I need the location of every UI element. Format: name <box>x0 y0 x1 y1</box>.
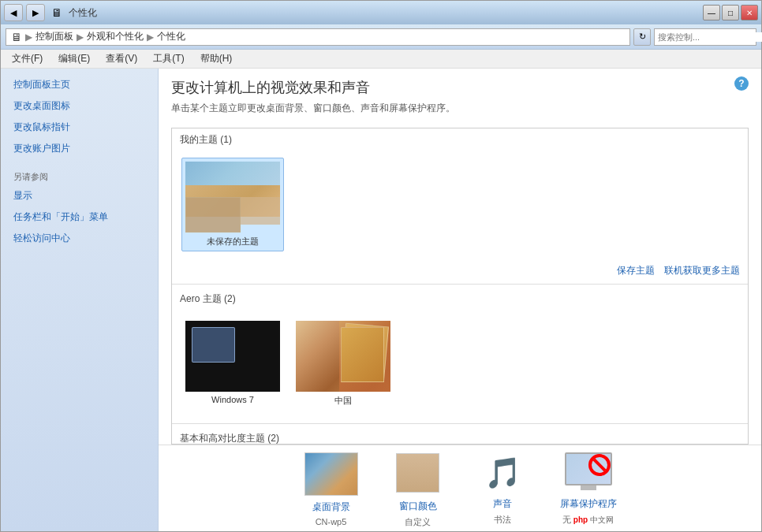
sidebar-link-home[interactable]: 控制面板主页 <box>13 78 145 91</box>
desktop-bg-icon <box>304 450 359 497</box>
window-icon: 🖥 <box>51 6 62 19</box>
sound-icon: 🎵 <box>477 451 529 494</box>
screensaver-no-line <box>592 458 606 471</box>
breadcrumb-icon: 🖥 <box>11 31 22 43</box>
china-photo1 <box>341 327 384 382</box>
back-button[interactable]: ◀ <box>4 4 23 21</box>
separator-2 <box>172 423 748 424</box>
panel-title: 更改计算机上的视觉效果和声音 <box>171 78 749 97</box>
main-content: 控制面板主页 更改桌面图标 更改鼠标指针 更改账户图片 另请参阅 显示 任务栏和… <box>1 69 761 531</box>
menu-bar: 文件(F) 编辑(E) 查看(V) 工具(T) 帮助(H) <box>1 50 761 69</box>
sidebar-link-desktop-icons[interactable]: 更改桌面图标 <box>13 99 145 113</box>
screensaver-stand <box>581 485 596 490</box>
sidebar-link-display[interactable]: 显示 <box>13 189 145 203</box>
save-theme-link[interactable]: 保存主题 <box>617 264 655 277</box>
window-controls: — □ ✕ <box>703 5 758 20</box>
unsaved-preview-inner <box>185 162 280 233</box>
sidebar: 控制面板主页 更改桌面图标 更改鼠标指针 更改账户图片 另请参阅 显示 任务栏和… <box>1 69 159 531</box>
minimize-button[interactable]: — <box>703 5 720 20</box>
search-input[interactable] <box>658 32 762 42</box>
screensaver-no-sign <box>588 454 611 476</box>
win7-preview <box>185 321 280 392</box>
unsaved-theme-label: 未保存的主题 <box>207 236 259 247</box>
menu-help[interactable]: 帮助(H) <box>194 50 239 67</box>
bottom-item-window-color[interactable]: 窗口颜色 自定义 <box>390 449 446 528</box>
screensaver-preview <box>565 452 612 493</box>
unsaved-preview <box>185 162 280 233</box>
screensaver-icon <box>562 451 614 494</box>
theme-actions: 保存主题 联机获取更多主题 <box>172 261 748 281</box>
desktop-bg-sublabel: CN-wp5 <box>316 517 347 526</box>
sidebar-link-taskbar[interactable]: 任务栏和「开始」菜单 <box>13 210 145 224</box>
menu-tools[interactable]: 工具(T) <box>147 50 190 67</box>
menu-view[interactable]: 查看(V) <box>99 50 144 67</box>
also-see-title: 另请参阅 <box>13 171 145 183</box>
breadcrumb-item-2[interactable]: 外观和个性化 <box>87 30 144 43</box>
panel-subtitle: 单击某个主题立即更改桌面背景、窗口颜色、声音和屏幕保护程序。 <box>171 102 749 115</box>
address-input[interactable]: 🖥 ▶ 控制面板 ▶ 外观和个性化 ▶ 个性化 <box>6 28 630 46</box>
refresh-button[interactable]: ↻ <box>633 28 651 46</box>
menu-edit[interactable]: 编辑(E) <box>52 50 96 67</box>
title-bar: ◀ ▶ 🖥 个性化 — □ ✕ <box>1 1 761 24</box>
aero-themes-header: Aero 主题 (2) <box>172 288 748 311</box>
close-button[interactable]: ✕ <box>741 5 758 20</box>
panel-header: 更改计算机上的视觉效果和声音 单击某个主题立即更改桌面背景、窗口颜色、声音和屏幕… <box>159 69 761 128</box>
aero-themes-grid: Windows 7 中国 <box>172 311 748 420</box>
breadcrumb-item-1[interactable]: 控制面板 <box>35 30 73 43</box>
get-more-themes-link[interactable]: 联机获取更多主题 <box>664 264 740 277</box>
unsaved-window2 <box>241 197 280 225</box>
basic-themes-header: 基本和高对比度主题 (2) <box>172 427 748 445</box>
right-panel: ? 更改计算机上的视觉效果和声音 单击某个主题立即更改桌面背景、窗口颜色、声音和… <box>159 69 761 531</box>
my-themes-grid: 未保存的主题 <box>172 151 748 261</box>
screensaver-extra: 中文网 <box>590 515 614 524</box>
bottom-item-sound[interactable]: 🎵 声音 书法 <box>477 451 529 526</box>
maximize-button[interactable]: □ <box>722 5 739 20</box>
window-color-sublabel: 自定义 <box>405 516 431 528</box>
forward-button[interactable]: ▶ <box>26 4 45 21</box>
main-window: ◀ ▶ 🖥 个性化 — □ ✕ 🖥 ▶ 控制面板 ▶ 外观和个性化 ▶ 个性化 … <box>0 0 762 532</box>
breadcrumb-item-3[interactable]: 个性化 <box>157 30 185 43</box>
search-box: 🔍 <box>654 28 756 46</box>
china-preview <box>296 321 390 392</box>
theme-win7[interactable]: Windows 7 <box>181 317 284 411</box>
sidebar-link-account-picture[interactable]: 更改账户图片 <box>13 142 145 155</box>
themes-area[interactable]: 我的主题 (1) <box>171 128 749 445</box>
menu-file[interactable]: 文件(F) <box>6 50 49 67</box>
my-themes-header: 我的主题 (1) <box>172 128 748 151</box>
help-icon[interactable]: ? <box>734 76 749 91</box>
bottom-toolbar: 桌面背景 CN-wp5 窗口颜色 自定义 🎵 声音 <box>159 445 761 531</box>
sidebar-link-accessibility[interactable]: 轻松访问中心 <box>13 232 145 245</box>
theme-china[interactable]: 中国 <box>292 317 394 411</box>
window-color-label: 窗口颜色 <box>399 500 437 513</box>
sidebar-link-mouse-pointers[interactable]: 更改鼠标指针 <box>13 121 145 134</box>
screensaver-sublabel: 无 php 中文网 <box>562 514 614 526</box>
unsaved-window <box>185 197 241 233</box>
bottom-item-desktop-bg[interactable]: 桌面背景 CN-wp5 <box>304 450 359 526</box>
sound-emoji: 🎵 <box>484 456 521 490</box>
address-bar: 🖥 ▶ 控制面板 ▶ 外观和个性化 ▶ 个性化 ↻ 🔍 <box>1 24 761 50</box>
php-badge: php <box>573 515 588 524</box>
separator-1 <box>172 284 748 285</box>
bottom-item-screensaver[interactable]: 屏幕保护程序 无 php 中文网 <box>560 451 617 526</box>
desktop-bg-preview <box>304 452 358 496</box>
breadcrumb: 🖥 ▶ 控制面板 ▶ 外观和个性化 ▶ 个性化 <box>11 30 185 43</box>
win7-window <box>192 327 235 363</box>
sound-sublabel: 书法 <box>494 514 511 526</box>
theme-unsaved[interactable]: 未保存的主题 <box>181 158 284 251</box>
desktop-bg-label: 桌面背景 <box>312 500 350 514</box>
screensaver-label: 屏幕保护程序 <box>560 497 617 511</box>
win7-label: Windows 7 <box>211 395 254 404</box>
window-title: 个性化 <box>69 6 97 20</box>
sound-label: 声音 <box>493 497 512 511</box>
china-label: 中国 <box>334 395 352 407</box>
window-color-icon <box>390 449 446 497</box>
window-color-preview <box>396 453 439 493</box>
